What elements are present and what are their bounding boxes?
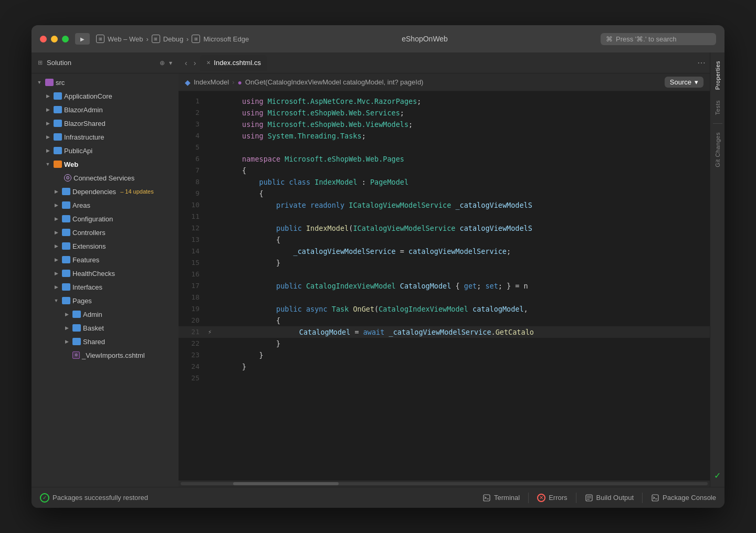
line-content-9: { [208,188,264,199]
sidebar-item-controllers[interactable]: ▶ Controllers [32,226,178,239]
line-number-15: 15 [183,257,200,269]
maximize-button[interactable] [62,36,69,42]
chevron-src-icon: ▼ [36,80,43,85]
sidebar-divider [713,123,722,124]
search-placeholder: Press '⌘.' to search [616,35,677,43]
sidebar-item-areas[interactable]: ▶ Areas [32,198,178,212]
line-number-25: 25 [183,372,200,384]
sidebar-item-blazoradmin[interactable]: ▶ BlazorAdmin [32,103,178,116]
debug-icon: ⊞ [152,35,160,43]
chevron-blazoradmin-icon: ▶ [44,107,51,112]
line-number-16: 16 [183,269,200,280]
tab-back-button[interactable]: ‹ [183,58,190,68]
errors-icon: ✕ [537,494,545,502]
sidebar-chevron-icon[interactable]: ▾ [169,59,172,67]
line-number-12: 12 [183,222,200,234]
line-number-21: 21 [183,326,200,338]
right-panel: ‹ › ✕ Index.cshtml.cs ⋯ ◆ IndexModel › ●… [178,52,710,487]
build-output-button[interactable]: Build Output [585,494,634,502]
code-line-1: 1 using Microsoft.AspNetCore.Mvc.RazorPa… [178,95,710,107]
line-number-9: 9 [183,188,200,199]
sidebar-item-connectedservices[interactable]: ⚙ Connected Services [32,171,178,185]
chevron-healthchecks-icon: ▶ [52,271,60,276]
code-breadcrumb-bar: ◆ IndexModel › ● OnGet(CatalogIndexViewM… [178,73,710,91]
sidebar-item-shared[interactable]: ▶ Shared [32,335,178,348]
code-line-16: 16 [178,269,710,280]
traffic-lights [40,36,69,42]
tab-close-icon[interactable]: ✕ [206,60,211,66]
breadcrumb-web: Web – Web [108,35,143,43]
sidebar-item-label-blazorshared: BlazorShared [64,120,106,127]
tab-forward-button[interactable]: › [192,58,198,68]
sidebar-pin-icon[interactable]: ⊕ [160,59,165,67]
folder-extensions-icon [62,242,70,250]
tab-tests[interactable]: Tests [712,96,723,119]
breadcrumb-debug: Debug [163,35,183,43]
line-number-1: 1 [183,95,200,107]
source-dropdown[interactable]: Source ▾ [665,77,704,88]
sidebar-item-infrastructure[interactable]: ▶ Infrastructure [32,130,178,144]
sidebar-item-blazorshared[interactable]: ▶ BlazorShared [32,116,178,130]
package-console-button[interactable]: Package Console [651,494,716,502]
sidebar-item-pages[interactable]: ▼ Pages [32,294,178,307]
line-number-6: 6 [183,153,200,165]
sidebar-item-features[interactable]: ▶ Features [32,253,178,266]
sidebar-item-src[interactable]: ▼ src [32,76,178,89]
line-content-6: namespace Microsoft.eShopWeb.Web.Pages [208,153,404,165]
line-content-22: } [208,338,280,349]
code-line-10: 10 private readonly ICatalogViewModelSer… [178,199,710,211]
sidebar-item-configuration[interactable]: ▶ Configuration [32,212,178,226]
sidebar-item-label-healthchecks: HealthChecks [72,270,115,278]
line-content-24: } [208,361,246,372]
sidebar-item-label-controllers: Controllers [72,229,106,237]
folder-blazorshared-icon [54,120,62,127]
sidebar-item-dependencies[interactable]: ▶ Dependencies – 14 updates [32,185,178,198]
terminal-button[interactable]: Terminal [482,494,520,502]
code-line-4: 4 using System.Threading.Tasks; [178,130,710,142]
horizontal-scrollbar[interactable] [178,481,710,487]
sidebar-item-basket[interactable]: ▶ Basket [32,321,178,335]
solution-icon: ⊞ [38,59,43,66]
tab-index-cshtml-cs[interactable]: ✕ Index.cshtml.cs [200,55,267,71]
tab-git-changes[interactable]: Git Changes [712,128,723,172]
errors-button[interactable]: ✕ Errors [537,494,567,502]
search-bar[interactable]: ⌘ Press '⌘.' to search [601,33,716,45]
sidebar-item-applicationcore[interactable]: ▶ ApplicationCore [32,89,178,103]
sidebar-item-extensions[interactable]: ▶ Extensions [32,239,178,253]
chevron-features-icon: ▶ [52,257,60,262]
chevron-infrastructure-icon: ▶ [44,134,51,140]
code-line-9: 9 { [178,188,710,199]
sidebar-item-viewimports[interactable]: ⚙ _ViewImports.cshtml [32,348,178,362]
chevron-shared-icon: ▶ [63,339,70,344]
code-content[interactable]: 1 using Microsoft.AspNetCore.Mvc.RazorPa… [178,91,710,481]
sidebar-tree: ▼ src ▶ ApplicationCore ▶ BlazorAdmin [32,73,178,487]
line-number-22: 22 [183,338,200,349]
sidebar-item-label-shared: Shared [83,338,105,346]
sidebar-item-interfaces[interactable]: ▶ Interfaces [32,280,178,294]
crumb-class: IndexModel [194,78,229,86]
bottom-status-bar: ✓ Packages successfully restored Termina… [32,487,724,508]
chevron-extensions-icon: ▶ [52,243,60,249]
breadcrumb-browser: Microsoft Edge [203,35,249,43]
scrollbar-thumb[interactable] [233,482,339,485]
sidebar-item-admin[interactable]: ▶ Admin [32,307,178,321]
close-button[interactable] [40,36,47,42]
sidebar-item-web[interactable]: ▼ Web [32,157,178,171]
folder-controllers-icon [62,229,70,236]
line-content-10: private readonly ICatalogViewModelServic… [208,199,532,211]
folder-web-icon [54,161,62,168]
code-line-13: 13 { [178,234,710,246]
tab-more-icon[interactable]: ⋯ [697,58,706,68]
sidebar-item-publicapi[interactable]: ▶ PublicApi [32,144,178,157]
folder-features-icon [62,256,70,263]
line-content-12: public IndexModel(ICatalogViewModelServi… [208,222,532,234]
folder-src-icon [45,79,54,86]
line-number-18: 18 [183,292,200,303]
sidebar-item-label-infrastructure: Infrastructure [64,133,104,141]
minimize-button[interactable] [51,36,58,42]
tab-properties[interactable]: Properties [712,57,723,94]
code-editor[interactable]: 1 using Microsoft.AspNetCore.Mvc.RazorPa… [178,91,710,487]
run-button[interactable]: ▶ [75,33,90,45]
status-sep-2 [576,493,576,503]
sidebar-item-healthchecks[interactable]: ▶ HealthChecks [32,266,178,280]
